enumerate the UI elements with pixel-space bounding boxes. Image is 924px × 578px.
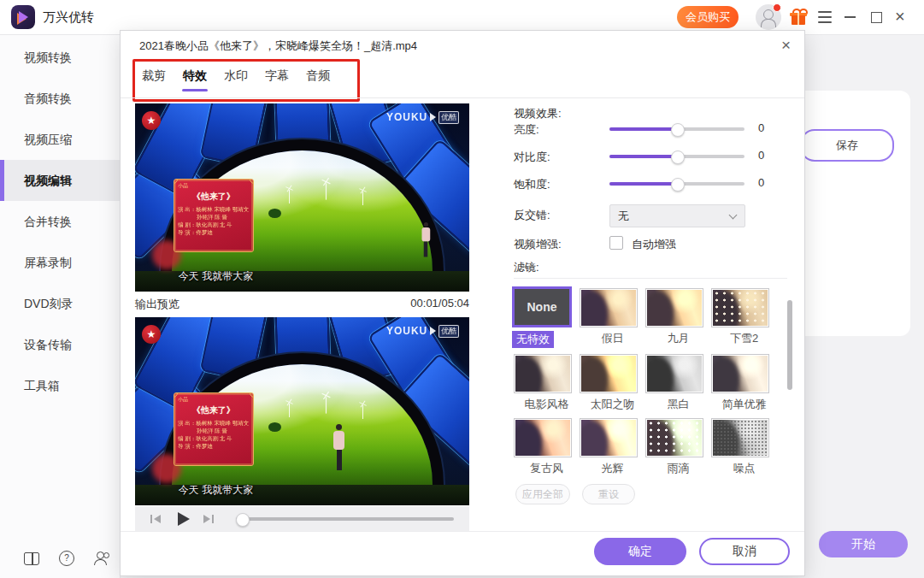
tab-effects[interactable]: 特效 — [183, 68, 207, 89]
title-card: 小品 《他来了》 演 出：杨树林 宋晓峰 鄂靖文 孙铭洋 陈 晋 编 剧：耿化高… — [174, 392, 254, 466]
enhance-label: 视频增强: — [514, 237, 562, 252]
chevron-down-icon — [729, 211, 738, 220]
ok-button[interactable]: 确定 — [594, 538, 686, 565]
sidebar-item-device-transfer[interactable]: 设备传输 — [0, 324, 120, 365]
sidebar-item-audio-convert[interactable]: 音频转换 — [0, 78, 120, 119]
saturation-row: 饱和度: 0 — [514, 170, 787, 198]
maximize-button[interactable] — [871, 12, 882, 23]
avatar[interactable] — [756, 4, 781, 30]
playback-controls — [135, 506, 469, 532]
sidebar-item-video-compress[interactable]: 视频压缩 — [0, 119, 120, 160]
sidebar-item-video-edit[interactable]: 视频编辑 — [0, 160, 120, 201]
filter-sun-kiss[interactable]: 太阳之吻 — [580, 354, 645, 412]
saturation-value: 0 — [758, 176, 764, 189]
slider-thumb[interactable] — [671, 123, 685, 137]
filter-noise[interactable]: 噪点 — [711, 418, 777, 476]
apply-all-button[interactable]: 应用全部 — [515, 484, 570, 504]
background-panel — [803, 91, 910, 336]
filter-movie-style[interactable]: 电影风格 — [514, 354, 580, 412]
menu-icon[interactable] — [818, 11, 832, 23]
slider-thumb[interactable] — [671, 150, 685, 164]
title-card: 小品 《他来了》 演 出：杨树林 宋晓峰 鄂靖文 孙铭洋 陈 晋 编 剧：耿化高… — [174, 179, 254, 252]
next-frame-button[interactable] — [203, 514, 214, 524]
help-icon[interactable]: ? — [59, 551, 74, 566]
filter-simple-elegant[interactable]: 简单优雅 — [711, 354, 777, 412]
divider — [121, 531, 804, 532]
dialog-close-icon[interactable]: × — [781, 36, 791, 55]
deinterlace-label: 反交错: — [514, 208, 550, 223]
filter-retro[interactable]: 复古风 — [514, 418, 580, 476]
reset-button[interactable]: 重设 — [582, 484, 635, 504]
arrow-icon — [430, 113, 436, 121]
previous-frame-button[interactable] — [150, 514, 161, 524]
filter-raindrop[interactable]: 雨滴 — [645, 418, 711, 476]
start-button[interactable]: 开始 — [819, 531, 908, 557]
brightness-row: 亮度: 0 — [514, 115, 787, 143]
contrast-slider[interactable] — [609, 155, 744, 158]
deinterlace-value: 无 — [618, 209, 629, 224]
video-subtitle: 今天 我就带大家 — [179, 269, 253, 284]
tab-crop[interactable]: 裁剪 — [142, 68, 166, 89]
tab-watermark[interactable]: 水印 — [224, 68, 248, 89]
tab-subtitle[interactable]: 字幕 — [265, 68, 289, 89]
filter-glow[interactable]: 光辉 — [580, 418, 645, 476]
sidebar-item-screen-record[interactable]: 屏幕录制 — [0, 242, 120, 283]
sidebar-item-toolbox[interactable]: 工具箱 — [0, 365, 120, 406]
community-icon[interactable] — [94, 551, 109, 565]
video-preview-output: YOUKU 优酷 小品 《他来了》 演 出：杨树林 宋晓峰 鄂靖文 孙铭洋 陈 … — [135, 317, 469, 505]
progress-slider[interactable] — [236, 517, 454, 521]
playback-time: 00:01/05:04 — [410, 297, 469, 312]
saturation-slider[interactable] — [609, 182, 744, 186]
sidebar-item-dvd-burn[interactable]: DVD刻录 — [0, 283, 120, 324]
edit-dialog: 2021春晚小品《他来了》，宋晓峰爆笑全场！_超清.mp4 × 裁剪 特效 水印… — [120, 30, 805, 576]
filters-label: 滤镜: — [514, 260, 539, 275]
sidebar-item-merge-convert[interactable]: 合并转换 — [0, 201, 120, 242]
app-window: 万兴优转 会员购买 × 视频转换 音频转换 视频压缩 视频编辑 合并转换 屏幕录… — [0, 0, 924, 578]
performer — [333, 424, 346, 472]
person-icon — [763, 9, 774, 20]
progress-thumb[interactable] — [236, 513, 250, 527]
guide-book-icon[interactable] — [24, 552, 39, 565]
tab-audio[interactable]: 音频 — [306, 68, 330, 89]
filter-none[interactable]: None 无特效 — [514, 288, 580, 348]
auto-enhance-checkbox[interactable] — [609, 236, 623, 250]
sidebar-item-video-convert[interactable]: 视频转换 — [0, 37, 120, 78]
deinterlace-select[interactable]: 无 — [609, 204, 745, 227]
performer — [421, 222, 431, 258]
watermark: YOUKU 优酷 — [386, 325, 459, 338]
play-button[interactable] — [178, 512, 190, 526]
contrast-value: 0 — [758, 149, 764, 162]
brightness-label: 亮度: — [514, 122, 539, 138]
buy-membership-button[interactable]: 会员购买 — [677, 6, 739, 28]
slider-thumb[interactable] — [671, 178, 685, 192]
contrast-label: 对比度: — [514, 150, 550, 165]
divider — [121, 97, 804, 98]
brightness-slider[interactable] — [609, 127, 744, 131]
divider — [514, 278, 787, 279]
save-button[interactable]: 保存 — [800, 129, 894, 162]
output-preview-label: 输出预览 — [135, 297, 180, 312]
minimize-button[interactable] — [845, 16, 856, 18]
notification-dot — [773, 3, 781, 12]
app-title: 万兴优转 — [43, 9, 94, 26]
star-badge-icon — [142, 111, 161, 130]
arrow-icon — [430, 327, 436, 335]
brightness-value: 0 — [758, 121, 764, 134]
window-close-button[interactable]: × — [895, 5, 905, 27]
filter-holiday[interactable]: 假日 — [580, 288, 645, 348]
video-subtitle: 今天 我就带大家 — [179, 483, 253, 498]
cancel-button[interactable]: 取消 — [699, 538, 790, 565]
app-logo-icon — [11, 5, 35, 29]
star-badge-icon — [142, 325, 161, 344]
filter-snow2[interactable]: 下雪2 — [711, 288, 777, 348]
filter-september[interactable]: 九月 — [645, 288, 711, 348]
gift-icon[interactable] — [790, 9, 807, 26]
video-scene: YOUKU 优酷 小品 《他来了》 演 出：杨树林 宋晓峰 鄂靖文 孙铭洋 陈 … — [135, 317, 469, 505]
filter-scrollbar[interactable] — [787, 300, 792, 390]
saturation-label: 饱和度: — [514, 177, 550, 192]
filter-grid: None 无特效 假日 九月 下雪2 电影风格 太阳之吻 — [514, 288, 789, 482]
filter-black-white[interactable]: 黑白 — [645, 354, 711, 412]
tab-bar: 裁剪 特效 水印 字幕 音频 — [142, 68, 330, 89]
video-scene: YOUKU 优酷 小品 《他来了》 演 出：杨树林 宋晓峰 鄂靖文 孙铭洋 陈 … — [135, 103, 469, 292]
dialog-title: 2021春晚小品《他来了》，宋晓峰爆笑全场！_超清.mp4 — [139, 38, 417, 54]
